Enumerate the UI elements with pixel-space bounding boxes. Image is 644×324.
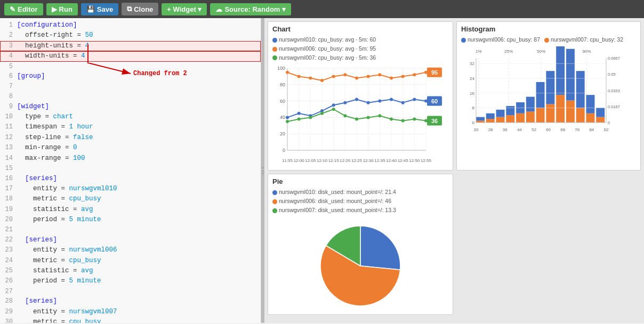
line-content: entity = nurswgvml007 (17, 307, 259, 317)
line-number: 17 (2, 184, 17, 194)
line-content: period = 5 minute (17, 276, 259, 286)
code-line: 21 (0, 225, 261, 235)
svg-text:0: 0 (283, 148, 285, 153)
line-number: 19 (2, 205, 17, 215)
svg-text:12:10: 12:10 (317, 158, 328, 163)
code-line: 1[configuration] (0, 20, 261, 30)
code-line: 7 (0, 82, 261, 92)
code-line: 19 statistic = avg (0, 205, 261, 215)
line-number: 1 (2, 20, 17, 30)
svg-point-46 (343, 101, 347, 104)
chart-area: 02040608010011:5512:0012:0512:1012:1512:… (272, 64, 448, 167)
line-content: [series] (17, 235, 259, 245)
code-line: 30 metric = cpu_busy (0, 317, 261, 323)
svg-text:16: 16 (470, 91, 474, 95)
svg-text:28: 28 (488, 127, 493, 132)
line-number: 15 (2, 164, 17, 174)
svg-text:92: 92 (604, 127, 609, 132)
svg-point-68 (297, 118, 301, 121)
line-number: 6 (2, 71, 17, 82)
code-line: 23 entity = nurswgvml006 (0, 245, 261, 255)
clone-button[interactable]: ⧉ Clone (122, 3, 158, 15)
svg-point-76 (390, 118, 393, 121)
svg-point-47 (355, 98, 358, 101)
chart-legend: nurswgvml010: cpu_busy: avg · 5m: 60nurs… (272, 35, 448, 62)
svg-point-55 (297, 75, 301, 78)
svg-text:80: 80 (280, 82, 285, 87)
line-content (17, 225, 259, 235)
editor-button[interactable]: ✎ Editor (4, 3, 43, 15)
svg-point-57 (320, 79, 324, 82)
line-number: 18 (2, 194, 17, 204)
svg-text:0: 0 (608, 120, 610, 125)
pie-svg (307, 218, 414, 311)
main-area: 1[configuration]2 offset-right = 503 hei… (0, 18, 644, 323)
svg-rect-105 (526, 96, 535, 111)
svg-rect-97 (486, 114, 495, 119)
toolbar: ✎ Editor ▶ Run 💾 Save ⧉ Clone + Widget ▾… (0, 0, 644, 18)
histogram-legend-item: nurswgvml006: cpu_busy: 87 (461, 36, 540, 43)
line-number: 23 (2, 245, 17, 255)
code-line: 5 (0, 62, 261, 72)
svg-text:60: 60 (280, 99, 285, 104)
code-line: 13 min-range = 0 (0, 143, 261, 153)
svg-text:95: 95 (431, 69, 438, 76)
svg-point-59 (343, 74, 347, 77)
svg-point-41 (286, 116, 289, 119)
svg-point-64 (401, 75, 405, 78)
code-line: 20 period = 5 minute (0, 215, 261, 225)
histogram-legend: nurswgvml006: cpu_busy: 87nurswgvml007: … (461, 35, 636, 44)
line-number: 20 (2, 215, 17, 225)
svg-point-77 (401, 119, 405, 123)
svg-text:12:00: 12:00 (294, 158, 305, 163)
svg-rect-95 (476, 117, 485, 120)
line-content: width-units = 4 (17, 51, 259, 61)
line-number: 29 (2, 307, 17, 317)
pie-legend: nurswgvml010: disk_used: mount_point=/: … (272, 188, 448, 214)
line-content: [configuration] (17, 20, 259, 30)
editor-pane[interactable]: 1[configuration]2 offset-right = 503 hei… (0, 18, 261, 323)
line-content: [series] (17, 296, 259, 306)
line-number: 27 (2, 287, 17, 297)
svg-rect-110 (556, 95, 565, 123)
svg-point-58 (332, 75, 335, 78)
svg-text:68: 68 (560, 127, 565, 132)
svg-text:40: 40 (280, 115, 285, 120)
svg-text:32: 32 (470, 61, 474, 66)
code-line: 16 [series] (0, 174, 261, 184)
widget-button[interactable]: + Widget ▾ (162, 3, 207, 15)
code-line: 14 max-range = 100 (0, 153, 261, 164)
svg-text:52: 52 (532, 127, 536, 132)
svg-text:36: 36 (503, 127, 508, 132)
code-line: 12 step-line = false (0, 133, 261, 143)
line-number: 21 (2, 225, 17, 235)
svg-text:11:55: 11:55 (282, 158, 293, 163)
pie-legend-item: nurswgvml007: disk_used: mount_point=/: … (272, 206, 448, 215)
svg-point-74 (367, 116, 370, 119)
svg-point-49 (378, 100, 381, 103)
svg-text:0.0333: 0.0333 (608, 88, 620, 93)
code-line: 24 metric = cpu_busy (0, 256, 261, 266)
line-number: 26 (2, 276, 17, 286)
run-button[interactable]: ▶ Run (46, 3, 78, 15)
svg-point-78 (413, 118, 416, 121)
line-content: height-units = 4 (17, 41, 259, 51)
svg-rect-98 (496, 117, 505, 122)
source-button[interactable]: ☁ Source: Random ▾ (210, 3, 291, 15)
code-line: 10 type = chart (0, 112, 261, 122)
save-button[interactable]: 💾 Save (81, 3, 118, 15)
line-number: 5 (2, 62, 17, 72)
svg-rect-109 (546, 71, 554, 104)
code-editor[interactable]: 1[configuration]2 offset-right = 503 hei… (0, 20, 261, 323)
svg-point-60 (355, 77, 358, 80)
code-line: 29 entity = nurswgvml007 (0, 307, 261, 317)
code-line: 9[widget] (0, 102, 261, 112)
line-content: metric = cpu_busy (17, 317, 259, 323)
chart-title: Chart (272, 25, 448, 33)
line-content (17, 164, 259, 174)
save-icon: 💾 (86, 5, 95, 13)
run-icon: ▶ (52, 5, 57, 13)
svg-rect-117 (586, 95, 594, 114)
code-line: 27 (0, 287, 261, 297)
clone-icon: ⧉ (127, 5, 132, 13)
